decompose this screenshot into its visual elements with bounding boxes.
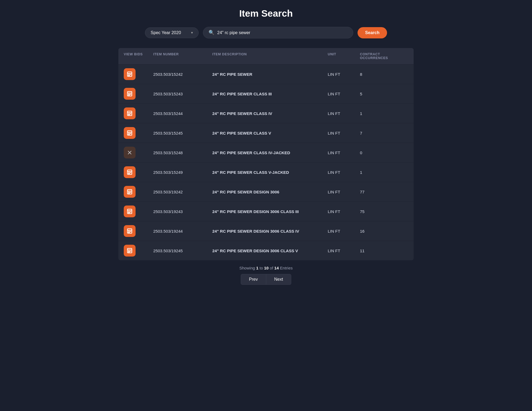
spec-year-dropdown[interactable]: Spec Year 2020 ▾	[145, 27, 199, 38]
occurrences-cell: 1	[360, 111, 408, 116]
item-number-cell: 2503.503/15249	[153, 170, 212, 175]
item-number-cell: 2503.503/15248	[153, 150, 212, 155]
item-description-cell: 24" RC PIPE SEWER CLASS IV	[212, 111, 328, 116]
svg-rect-17	[127, 190, 132, 194]
search-icon: 🔍	[209, 30, 214, 35]
col-header-contract-occurrences: CONTRACT OCCURRENCES	[360, 52, 408, 60]
item-number-cell: 2503.503/19245	[153, 248, 212, 253]
table-row: 2503.503/1924524" RC PIPE SEWER DESIGN 3…	[118, 241, 414, 260]
controls-bar: Spec Year 2020 ▾ 🔍 Search	[5, 27, 527, 38]
view-bids-button[interactable]	[124, 186, 136, 198]
item-description-cell: 24" RC PIPE SEWER CLASS V-JACKED	[212, 170, 328, 175]
next-button[interactable]: Next	[266, 274, 291, 285]
view-bids-button[interactable]	[124, 127, 136, 139]
occurrences-cell: 8	[360, 72, 408, 77]
unit-cell: LIN FT	[328, 229, 360, 233]
svg-rect-26	[127, 248, 132, 253]
occurrences-cell: 75	[360, 209, 408, 214]
search-container: 🔍	[203, 27, 353, 38]
view-bids-button[interactable]	[124, 88, 136, 100]
svg-rect-23	[127, 229, 132, 233]
spec-year-label: Spec Year 2020	[151, 30, 181, 35]
item-number-cell: 2503.503/15243	[153, 92, 212, 96]
svg-rect-0	[127, 72, 132, 77]
occurrences-cell: 77	[360, 190, 408, 194]
unit-cell: LIN FT	[328, 150, 360, 155]
occurrences-cell: 11	[360, 248, 408, 253]
item-number-cell: 2503.503/19242	[153, 190, 212, 194]
showing-text: Showing 1 to 10 of 14 Entries	[239, 266, 293, 270]
table-row: 2503.503/1524324" RC PIPE SEWER CLASS II…	[118, 84, 414, 103]
unit-cell: LIN FT	[328, 111, 360, 116]
col-header-item-number: ITEM NUMBER	[153, 52, 212, 60]
col-header-item-description: ITEM DESCRIPTION	[212, 52, 328, 60]
table-row: 2503.503/1924224" RC PIPE SEWER DESIGN 3…	[118, 182, 414, 201]
page-from: 1	[256, 266, 258, 270]
item-number-cell: 2503.503/15245	[153, 131, 212, 135]
item-description-cell: 24" RC PIPE SEWER DESIGN 3006	[212, 190, 328, 194]
item-description-cell: 24" RC PIPE SEWER CLASS IV-JACKED	[212, 150, 328, 155]
view-bids-button[interactable]	[124, 68, 136, 80]
unit-cell: LIN FT	[328, 248, 360, 253]
table-row: 2503.503/1924324" RC PIPE SEWER DESIGN 3…	[118, 201, 414, 221]
occurrences-cell: 7	[360, 131, 408, 135]
view-bids-button[interactable]	[124, 225, 136, 237]
pagination-buttons: Prev Next	[5, 274, 527, 285]
unit-cell: LIN FT	[328, 209, 360, 214]
table-row: 2503.503/1524524" RC PIPE SEWER CLASS VL…	[118, 123, 414, 143]
unit-cell: LIN FT	[328, 170, 360, 175]
search-input[interactable]	[217, 30, 348, 35]
item-number-cell: 2503.503/19244	[153, 229, 212, 233]
item-number-cell: 2503.503/19243	[153, 209, 212, 214]
item-description-cell: 24" RC PIPE SEWER CLASS V	[212, 131, 328, 135]
occurrences-cell: 16	[360, 229, 408, 233]
page-title: Item Search	[5, 8, 527, 19]
table-row: 2503.503/1524824" RC PIPE SEWER CLASS IV…	[118, 143, 414, 162]
table-row: 2503.503/1924424" RC PIPE SEWER DESIGN 3…	[118, 221, 414, 241]
svg-rect-9	[127, 131, 132, 135]
view-bids-button[interactable]	[124, 245, 136, 257]
table-row: 2503.503/1524924" RC PIPE SEWER CLASS V-…	[118, 162, 414, 182]
pagination-area: Showing 1 to 10 of 14 Entries Prev Next	[5, 260, 527, 287]
table-row: 2503.503/1524224" RC PIPE SEWERLIN FT8	[118, 64, 414, 84]
chevron-down-icon: ▾	[191, 31, 193, 35]
page-total: 14	[274, 266, 279, 270]
view-bids-button[interactable]	[124, 107, 136, 119]
view-bids-button[interactable]	[124, 206, 136, 217]
item-number-cell: 2503.503/15244	[153, 111, 212, 116]
unit-cell: LIN FT	[328, 92, 360, 96]
prev-button[interactable]: Prev	[241, 274, 266, 285]
col-header-unit: UNIT	[328, 52, 360, 60]
svg-rect-14	[127, 170, 132, 175]
occurrences-cell: 0	[360, 150, 408, 155]
svg-rect-6	[127, 111, 132, 116]
item-description-cell: 24" RC PIPE SEWER DESIGN 3006 CLASS V	[212, 248, 328, 253]
table-row: 2503.503/1524424" RC PIPE SEWER CLASS IV…	[118, 103, 414, 123]
unit-cell: LIN FT	[328, 72, 360, 77]
item-description-cell: 24" RC PIPE SEWER	[212, 72, 328, 77]
item-number-cell: 2503.503/15242	[153, 72, 212, 77]
svg-rect-20	[127, 209, 132, 214]
page-to: 10	[264, 266, 269, 270]
item-description-cell: 24" RC PIPE SEWER DESIGN 3006 CLASS III	[212, 209, 328, 214]
unit-cell: LIN FT	[328, 190, 360, 194]
svg-rect-3	[127, 92, 132, 96]
item-description-cell: 24" RC PIPE SEWER DESIGN 3006 CLASS IV	[212, 229, 328, 233]
occurrences-cell: 1	[360, 170, 408, 175]
view-bids-button[interactable]	[124, 147, 136, 158]
table-body: 2503.503/1524224" RC PIPE SEWERLIN FT8 2…	[118, 64, 414, 260]
item-description-cell: 24" RC PIPE SEWER CLASS III	[212, 92, 328, 96]
occurrences-cell: 5	[360, 92, 408, 96]
search-button[interactable]: Search	[358, 27, 387, 38]
col-header-view-bids: VIEW BIDS	[124, 52, 153, 60]
unit-cell: LIN FT	[328, 131, 360, 135]
view-bids-button[interactable]	[124, 166, 136, 178]
results-table: VIEW BIDS ITEM NUMBER ITEM DESCRIPTION U…	[118, 48, 414, 260]
table-header: VIEW BIDS ITEM NUMBER ITEM DESCRIPTION U…	[118, 48, 414, 64]
